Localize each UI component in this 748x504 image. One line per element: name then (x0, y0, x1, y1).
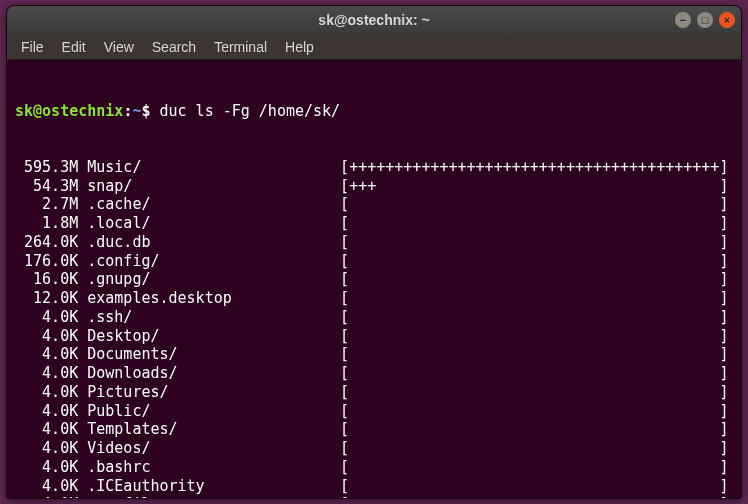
row-bar: [ ] (340, 270, 728, 289)
row-bar: [ ] (340, 495, 728, 498)
minimize-icon: − (680, 15, 686, 26)
row-bar: [ ] (340, 195, 728, 214)
row-size: 4.0K (15, 383, 78, 402)
row-name: .bashrc (87, 458, 340, 477)
row-size: 176.0K (15, 252, 78, 271)
terminal-window: sk@ostechnix: ~ − □ × File Edit View Sea… (6, 5, 742, 499)
output-row: 2.7M .cache/ [ ] (15, 195, 733, 214)
row-name: Pictures/ (87, 383, 340, 402)
window-title: sk@ostechnix: ~ (318, 12, 429, 28)
output-row: 16.0K .gnupg/ [ ] (15, 270, 733, 289)
row-size: 595.3M (15, 158, 78, 177)
output-row: 4.0K .ICEauthority [ ] (15, 477, 733, 496)
row-size: 4.0K (15, 495, 78, 498)
output-row: 264.0K .duc.db [ ] (15, 233, 733, 252)
row-bar: [ ] (340, 252, 728, 271)
terminal-area[interactable]: sk@ostechnix:~$ duc ls -Fg /home/sk/ 595… (7, 60, 741, 498)
row-name: Downloads/ (87, 364, 340, 383)
row-size: 4.0K (15, 327, 78, 346)
output-row: 4.0K .profile [ ] (15, 495, 733, 498)
row-size: 2.7M (15, 195, 78, 214)
row-name: snap/ (87, 177, 340, 196)
prompt-sep2: $ (141, 102, 150, 120)
row-bar: [ ] (340, 308, 728, 327)
row-bar: [ ] (340, 439, 728, 458)
row-bar: [+++ ] (340, 177, 728, 196)
row-name: .profile (87, 495, 340, 498)
row-name: Desktop/ (87, 327, 340, 346)
row-size: 12.0K (15, 289, 78, 308)
row-bar: [ ] (340, 233, 728, 252)
row-name: .ssh/ (87, 308, 340, 327)
menu-edit[interactable]: Edit (54, 37, 94, 57)
row-bar: [ ] (340, 402, 728, 421)
menu-file[interactable]: File (13, 37, 52, 57)
row-size: 16.0K (15, 270, 78, 289)
row-bar: [ ] (340, 420, 728, 439)
prompt-user-host: sk@ostechnix (15, 102, 123, 120)
titlebar: sk@ostechnix: ~ − □ × (7, 6, 741, 34)
output-row: 4.0K .bashrc [ ] (15, 458, 733, 477)
output-row: 4.0K Public/ [ ] (15, 402, 733, 421)
row-name: Videos/ (87, 439, 340, 458)
row-size: 4.0K (15, 458, 78, 477)
row-name: Music/ (87, 158, 340, 177)
row-name: Documents/ (87, 345, 340, 364)
output-row: 595.3M Music/ [+++++++++++++++++++++++++… (15, 158, 733, 177)
close-button[interactable]: × (719, 12, 735, 28)
menubar: File Edit View Search Terminal Help (7, 34, 741, 60)
maximize-button[interactable]: □ (697, 12, 713, 28)
row-size: 4.0K (15, 402, 78, 421)
command-text: duc ls -Fg /home/sk/ (160, 102, 341, 120)
row-name: .config/ (87, 252, 340, 271)
output-row: 4.0K Downloads/ [ ] (15, 364, 733, 383)
row-bar: [ ] (340, 345, 728, 364)
menu-view[interactable]: View (96, 37, 142, 57)
row-size: 4.0K (15, 345, 78, 364)
row-bar: [ ] (340, 327, 728, 346)
row-bar: [ ] (340, 458, 728, 477)
row-name: .gnupg/ (87, 270, 340, 289)
output-row: 4.0K Pictures/ [ ] (15, 383, 733, 402)
row-bar: [+++++++++++++++++++++++++++++++++++++++… (340, 158, 728, 177)
row-size: 54.3M (15, 177, 78, 196)
output-row: 4.0K Documents/ [ ] (15, 345, 733, 364)
row-size: 4.0K (15, 308, 78, 327)
output-row: 176.0K .config/ [ ] (15, 252, 733, 271)
row-name: .duc.db (87, 233, 340, 252)
maximize-icon: □ (702, 15, 709, 26)
menu-search[interactable]: Search (144, 37, 204, 57)
menu-terminal[interactable]: Terminal (206, 37, 275, 57)
window-controls: − □ × (675, 12, 735, 28)
row-name: .local/ (87, 214, 340, 233)
output-row: 1.8M .local/ [ ] (15, 214, 733, 233)
row-size: 264.0K (15, 233, 78, 252)
row-size: 4.0K (15, 364, 78, 383)
output-row: 4.0K Templates/ [ ] (15, 420, 733, 439)
row-name: Templates/ (87, 420, 340, 439)
row-size: 4.0K (15, 439, 78, 458)
row-bar: [ ] (340, 477, 728, 496)
row-name: .cache/ (87, 195, 340, 214)
output-row: 4.0K .ssh/ [ ] (15, 308, 733, 327)
row-name: Public/ (87, 402, 340, 421)
minimize-button[interactable]: − (675, 12, 691, 28)
output-row: 4.0K Videos/ [ ] (15, 439, 733, 458)
row-bar: [ ] (340, 383, 728, 402)
row-size: 1.8M (15, 214, 78, 233)
row-name: examples.desktop (87, 289, 340, 308)
menu-help[interactable]: Help (277, 37, 322, 57)
row-bar: [ ] (340, 364, 728, 383)
output-row: 12.0K examples.desktop [ ] (15, 289, 733, 308)
close-icon: × (724, 15, 730, 26)
output-lines: 595.3M Music/ [+++++++++++++++++++++++++… (15, 158, 733, 498)
output-row: 54.3M snap/ [+++ ] (15, 177, 733, 196)
row-name: .ICEauthority (87, 477, 340, 496)
prompt-line-1: sk@ostechnix:~$ duc ls -Fg /home/sk/ (15, 102, 733, 121)
row-size: 4.0K (15, 420, 78, 439)
row-size: 4.0K (15, 477, 78, 496)
row-bar: [ ] (340, 214, 728, 233)
output-row: 4.0K Desktop/ [ ] (15, 327, 733, 346)
row-bar: [ ] (340, 289, 728, 308)
